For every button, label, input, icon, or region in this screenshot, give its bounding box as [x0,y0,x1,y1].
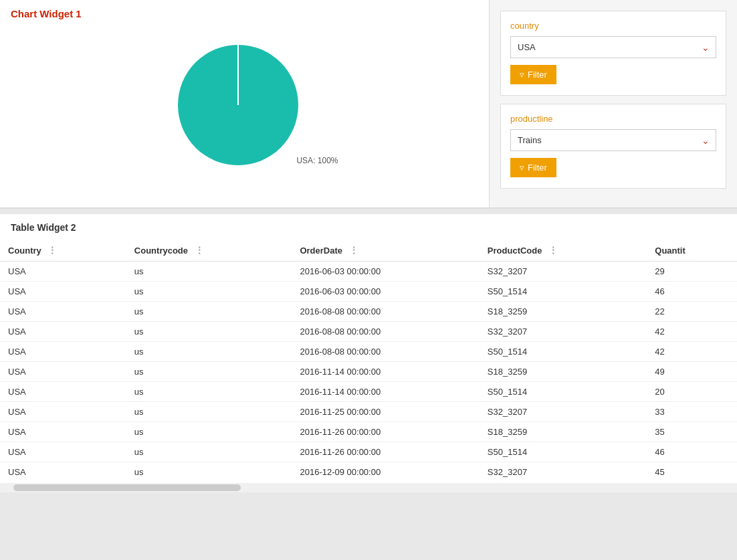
table-row: USAus2016-11-26 00:00:00S50_151446 [0,442,737,462]
table-cell: S50_1514 [480,382,647,402]
productline-select[interactable]: Trains Classic Cars Motorcycles Planes S… [510,129,716,151]
table-widget-title: Table Widget 2 [0,222,737,240]
productline-filter-button[interactable]: ▿ Filter [510,158,556,177]
table-cell: 2016-06-03 00:00:00 [292,262,479,282]
table-cell: 29 [647,262,737,282]
chart-area: USA: 100% [11,25,478,192]
table-row: USAus2016-06-03 00:00:00S50_151446 [0,282,737,302]
table-cell: 2016-11-14 00:00:00 [292,382,479,402]
table-cell: 22 [647,302,737,322]
productline-filter-group: productline Trains Classic Cars Motorcyc… [500,104,726,189]
table-cell: USA [0,442,126,462]
table-cell: USA [0,262,126,282]
table-cell: us [126,362,292,382]
table-cell: 49 [647,362,737,382]
table-cell: S18_3259 [480,422,647,442]
table-cell: us [126,322,292,342]
country-select[interactable]: USA UK France Germany Japan [510,36,716,58]
table-row: USAus2016-08-08 00:00:00S32_320742 [0,322,737,342]
table-cell: 2016-08-08 00:00:00 [292,322,479,342]
table-cell: us [126,262,292,282]
table-row: USAus2016-11-26 00:00:00S18_325935 [0,422,737,442]
table-cell: 2016-11-25 00:00:00 [292,402,479,422]
productline-filter-label: productline [510,114,716,124]
scrollbar-thumb[interactable] [13,484,241,491]
table-cell: USA [0,382,126,402]
table-cell: S50_1514 [480,342,647,362]
data-table: Country ⋮ Countrycode ⋮ OrderDate ⋮ Prod… [0,240,737,480]
productline-select-wrapper: Trains Classic Cars Motorcycles Planes S… [510,129,716,151]
table-row: USAus2016-12-09 00:00:00S32_320745 [0,462,737,481]
table-cell: S50_1514 [480,442,647,462]
table-row: USAus2016-11-14 00:00:00S50_151420 [0,382,737,402]
table-cell: S32_3207 [480,402,647,422]
table-cell: 2016-08-08 00:00:00 [292,302,479,322]
table-row: USAus2016-11-25 00:00:00S32_320733 [0,402,737,422]
col-header-productcode: ProductCode ⋮ [480,240,647,262]
col-handle-countrycode[interactable]: ⋮ [195,245,204,256]
table-cell: us [126,462,292,481]
table-row: USAus2016-06-03 00:00:00S32_320729 [0,262,737,282]
productline-filter-button-label: Filter [528,163,547,173]
filter-panel: country USA UK France Germany Japan ⌄ ▿ … [490,0,737,207]
table-body: USAus2016-06-03 00:00:00S32_320729USAus2… [0,262,737,481]
col-header-quantity: Quantit [647,240,737,262]
top-section: Chart Widget 1 USA: 100% country USA UK [0,0,737,209]
table-header: Country ⋮ Countrycode ⋮ OrderDate ⋮ Prod… [0,240,737,262]
table-cell: 45 [647,462,737,481]
col-handle-country[interactable]: ⋮ [47,245,57,256]
table-cell: us [126,342,292,362]
table-cell: S50_1514 [480,282,647,302]
horizontal-scrollbar[interactable] [0,483,737,492]
country-filter-group: country USA UK France Germany Japan ⌄ ▿ … [500,11,726,96]
table-cell: 20 [647,382,737,402]
chart-panel: Chart Widget 1 USA: 100% [0,0,490,207]
table-cell: 42 [647,322,737,342]
table-row: USAus2016-08-08 00:00:00S50_151442 [0,342,737,362]
country-select-wrapper: USA UK France Germany Japan ⌄ [510,36,716,58]
table-cell: USA [0,322,126,342]
table-cell: S18_3259 [480,302,647,322]
table-cell: 42 [647,342,737,362]
col-header-country: Country ⋮ [0,240,126,262]
table-cell: us [126,302,292,322]
bottom-section: Table Widget 2 Country ⋮ Countrycode ⋮ O… [0,214,737,492]
table-cell: USA [0,282,126,302]
table-cell: 46 [647,442,737,462]
country-filter-button-label: Filter [528,70,547,80]
filter-icon-2: ▿ [520,163,524,173]
col-header-orderdate: OrderDate ⋮ [292,240,479,262]
table-cell: S32_3207 [480,322,647,342]
pie-chart-container: USA: 100% [171,38,318,185]
table-cell: S32_3207 [480,262,647,282]
pie-chart [171,38,305,172]
table-cell: USA [0,342,126,362]
country-filter-button[interactable]: ▿ Filter [510,65,556,84]
table-cell: USA [0,362,126,382]
col-handle-productcode[interactable]: ⋮ [548,245,558,256]
table-cell: S32_3207 [480,462,647,481]
table-row: USAus2016-08-08 00:00:00S18_325922 [0,302,737,322]
table-cell: us [126,422,292,442]
table-scroll-area[interactable]: Country ⋮ Countrycode ⋮ OrderDate ⋮ Prod… [0,240,737,480]
chart-widget-title: Chart Widget 1 [11,8,478,19]
table-cell: USA [0,402,126,422]
table-cell: USA [0,302,126,322]
table-cell: us [126,442,292,462]
table-cell: S18_3259 [480,362,647,382]
table-cell: 2016-11-14 00:00:00 [292,362,479,382]
filter-icon: ▿ [520,70,524,80]
col-handle-orderdate[interactable]: ⋮ [349,245,358,256]
table-row: USAus2016-11-14 00:00:00S18_325949 [0,362,737,382]
table-cell: 2016-12-09 00:00:00 [292,462,479,481]
table-cell: 46 [647,282,737,302]
pie-label: USA: 100% [296,156,338,165]
table-cell: USA [0,462,126,481]
table-cell: us [126,282,292,302]
table-cell: us [126,402,292,422]
table-cell: us [126,382,292,402]
table-cell: 33 [647,402,737,422]
country-filter-label: country [510,21,716,31]
table-cell: USA [0,422,126,442]
table-cell: 2016-11-26 00:00:00 [292,422,479,442]
